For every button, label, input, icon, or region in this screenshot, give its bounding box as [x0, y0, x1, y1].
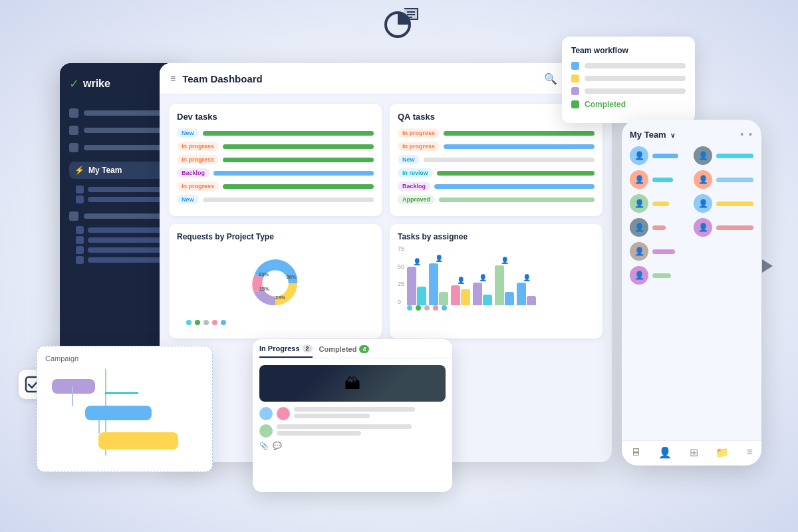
- member-bar: [652, 178, 673, 182]
- task-row: In progress: [177, 155, 374, 164]
- sidebar-item-1[interactable]: [69, 106, 170, 120]
- member-bar: [716, 154, 753, 158]
- dashboard-title: Team Dashboard: [182, 73, 537, 84]
- campaign-node-blue: [85, 406, 152, 420]
- dot: [407, 305, 412, 311]
- sub-label-2: [88, 197, 170, 202]
- task-row: In progress: [398, 142, 595, 151]
- bar-chart-dots: [398, 305, 595, 316]
- member-bar: [652, 273, 671, 278]
- task-progress-bar: [437, 171, 595, 176]
- attachment-icon: 📎: [259, 442, 269, 450]
- mobile-tab-folder[interactable]: 📁: [716, 446, 729, 459]
- task-title-line-2: [277, 424, 412, 429]
- sub-label-4: [88, 237, 170, 243]
- nav-icon-2: [69, 126, 78, 135]
- task-row: In progress: [177, 182, 374, 191]
- sidebar-item-4[interactable]: [69, 209, 170, 223]
- mobile-tab-people[interactable]: 👤: [658, 446, 672, 459]
- task-badge-backlog: Backlog: [177, 168, 209, 178]
- member-avatar: 👤: [630, 194, 648, 213]
- task-row: New: [398, 155, 595, 164]
- task-mini-panel: In Progress 2 Completed 4 🏔: [253, 339, 452, 492]
- nav-label-4: [84, 213, 170, 219]
- dev-tasks-card: Dev tasks New In progress In progress Ba…: [169, 104, 382, 216]
- member-avatar: 👤: [630, 146, 648, 165]
- task-progress-bar: [213, 171, 374, 176]
- task-progress-bar: [223, 158, 374, 162]
- svg-text:23%: 23%: [259, 271, 269, 277]
- tab-completed-badge: 4: [359, 345, 369, 353]
- task-assignee-avatar-3: [259, 424, 273, 438]
- y-axis-labels: 75 50 25 0: [398, 245, 404, 305]
- member-bar: [652, 225, 666, 230]
- member-bar: [652, 154, 678, 158]
- member-row[interactable]: 👤: [630, 146, 690, 165]
- pie-chart-svg: 38% 23% 15% 23%: [239, 247, 312, 320]
- sub-label-3: [88, 227, 170, 233]
- member-avatar: 👤: [694, 170, 712, 189]
- member-avatar: 👤: [630, 242, 648, 261]
- dev-tasks-title: Dev tasks: [177, 112, 374, 122]
- task-badge-inprogress: In progress: [177, 182, 219, 191]
- search-icon[interactable]: 🔍: [544, 72, 557, 85]
- member-avatar: 👤: [694, 194, 712, 213]
- sidebar-subitem-6[interactable]: [69, 256, 170, 264]
- mobile-tab-grid[interactable]: ⊞: [690, 446, 698, 459]
- member-row[interactable]: 👤: [630, 170, 690, 189]
- member-row[interactable]: 👤: [630, 194, 690, 213]
- sidebar-subitem-5[interactable]: [69, 246, 170, 254]
- sub-icon-4: [76, 236, 84, 244]
- tab-inprogress[interactable]: In Progress 2: [259, 344, 313, 358]
- campaign-card: Campaign: [37, 346, 213, 472]
- task-progress-bar: [223, 144, 374, 149]
- member-row[interactable]: 👤: [630, 242, 690, 261]
- mobile-dropdown-arrow[interactable]: ∨: [670, 132, 675, 139]
- member-bar: [716, 178, 753, 182]
- dot: [433, 305, 438, 311]
- campaign-node-yellow: [98, 432, 178, 450]
- mobile-tab-home[interactable]: 🖥: [630, 446, 641, 459]
- task-badge-inprogress: In progress: [177, 155, 219, 164]
- workflow-line: [585, 88, 686, 94]
- task-mini-image: 🏔: [259, 365, 446, 402]
- task-row: Backlog: [398, 182, 595, 191]
- member-row[interactable]: 👤: [630, 218, 690, 237]
- pie-chart-title: Requests by Project Type: [177, 232, 374, 241]
- logo-text: wrike: [83, 78, 110, 90]
- sidebar-logo: ✓ wrike: [69, 76, 170, 91]
- workflow-popup: Team workflow Completed: [562, 37, 695, 123]
- mobile-dots-menu[interactable]: • •: [740, 129, 753, 140]
- sidebar-subitem-2[interactable]: [69, 196, 170, 203]
- comment-icon: 💬: [273, 442, 282, 450]
- task-progress-bar: [203, 131, 374, 136]
- task-title-line: [294, 407, 415, 412]
- sidebar-subitem-3[interactable]: [69, 226, 170, 234]
- member-row[interactable]: 👤: [694, 194, 753, 213]
- sidebar-subitem-4[interactable]: [69, 236, 170, 244]
- tab-completed[interactable]: Completed 4: [319, 344, 370, 358]
- member-row[interactable]: 👤: [694, 218, 753, 237]
- task-row: New: [177, 128, 374, 138]
- sidebar-item-3[interactable]: [69, 140, 170, 155]
- dot: [195, 320, 200, 325]
- mobile-tab-menu[interactable]: ≡: [746, 446, 752, 459]
- sidebar-subitem-1[interactable]: [69, 186, 170, 194]
- chart-dots: [177, 320, 374, 331]
- member-bar: [716, 201, 753, 206]
- task-progress-bar: [223, 184, 374, 189]
- task-progress-bar: [444, 144, 595, 149]
- member-row[interactable]: 👤: [630, 266, 690, 285]
- mobile-header: My Team ∨ • •: [630, 129, 753, 140]
- campaign-node-purple: [52, 379, 95, 394]
- my-team-button[interactable]: ⚡ My Team ▾: [69, 162, 170, 179]
- menu-icon[interactable]: ≡: [170, 73, 176, 84]
- member-row[interactable]: 👤: [694, 146, 753, 165]
- nav-icon-3: [69, 143, 78, 152]
- sidebar-item-2[interactable]: [69, 123, 170, 138]
- member-row[interactable]: 👤: [694, 170, 753, 189]
- sub-icon-1: [76, 186, 84, 194]
- tab-inprogress-badge: 2: [303, 344, 313, 352]
- task-assignee-avatar-2: [277, 407, 290, 420]
- tab-inprogress-label: In Progress: [259, 344, 300, 352]
